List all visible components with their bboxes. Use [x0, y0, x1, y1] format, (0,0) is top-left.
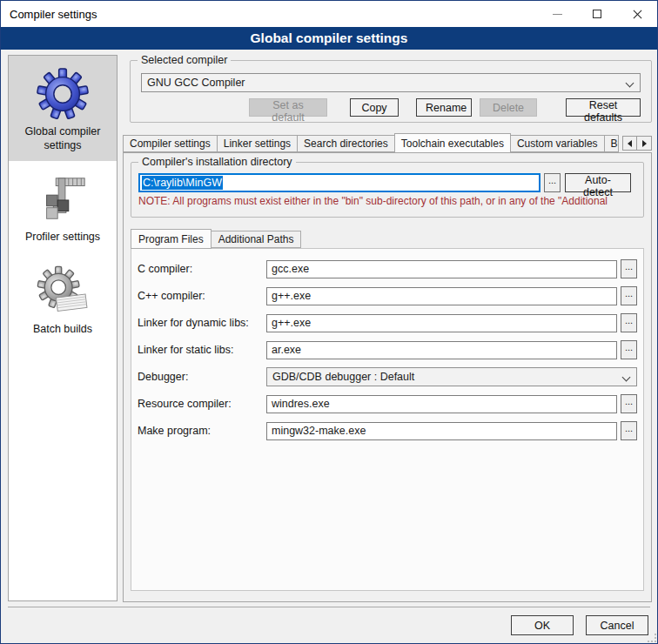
cancel-button[interactable]: Cancel — [586, 615, 648, 635]
tab-search-directories[interactable]: Search directories — [298, 135, 395, 152]
cpp-compiler-input[interactable]: g++.exe — [266, 287, 617, 305]
dialog-content: Global compiler settings Profiler settin… — [1, 50, 657, 643]
field-label: Make program: — [138, 425, 266, 437]
form-row-debugger: Debugger: GDB/CDB debugger : Default — [138, 367, 637, 386]
installation-directory-legend: Compiler's installation directory — [138, 156, 296, 168]
compiler-buttons-row: Set as default Copy Rename Delete Reset … — [141, 98, 641, 117]
dynamic-linker-browse-button[interactable]: ... — [621, 313, 637, 332]
set-as-default-button[interactable]: Set as default — [249, 98, 327, 117]
rename-button[interactable]: Rename — [416, 98, 472, 117]
tab-scroll-right-button[interactable] — [637, 136, 652, 151]
sidebar-item-label: Global compiler settings — [10, 125, 115, 152]
main-tabstrip: Compiler settings Linker settings Search… — [123, 132, 652, 152]
tab-additional-paths[interactable]: Additional Paths — [212, 231, 302, 248]
selected-compiler-legend: Selected compiler — [138, 54, 231, 66]
installation-directory-input[interactable]: C:\raylib\MinGW — [138, 173, 540, 192]
page-title: Global compiler settings — [1, 27, 657, 50]
selected-compiler-group: Selected compiler GNU GCC Compiler Set a… — [130, 60, 652, 123]
installation-directory-row: C:\raylib\MinGW ... Auto-detect — [138, 173, 631, 192]
field-value: mingw32-make.exe — [272, 425, 366, 437]
scroll-left-icon — [628, 140, 632, 147]
dynamic-linker-input[interactable]: g++.exe — [266, 314, 617, 332]
close-button[interactable] — [617, 1, 657, 27]
tab-scroll-buttons — [622, 136, 652, 151]
form-row-static-linker: Linker for static libs: ar.exe ... — [138, 340, 637, 359]
installation-directory-note: NOTE: All programs must exist either in … — [138, 195, 631, 207]
make-program-input[interactable]: mingw32-make.exe — [266, 422, 617, 440]
window-controls — [537, 1, 657, 27]
program-files-page: C compiler: gcc.exe ... C++ compiler: g+… — [131, 248, 644, 591]
field-label: Resource compiler: — [138, 398, 266, 410]
installation-directory-browse-button[interactable]: ... — [544, 173, 561, 192]
tab-scroll-left-button[interactable] — [622, 136, 637, 151]
tab-custom-variables[interactable]: Custom variables — [511, 135, 605, 152]
static-linker-input[interactable]: ar.exe — [266, 341, 617, 359]
main-panel: Selected compiler GNU GCC Compiler Set a… — [123, 55, 652, 602]
tab-linker-settings[interactable]: Linker settings — [218, 135, 298, 152]
tab-program-files[interactable]: Program Files — [131, 229, 212, 249]
sidebar-item-label: Batch builds — [33, 323, 92, 337]
chevron-down-icon — [622, 373, 631, 382]
tab-compiler-settings[interactable]: Compiler settings — [123, 135, 218, 152]
program-files-tabstrip: Program Files Additional Paths — [131, 228, 644, 248]
scroll-right-icon — [642, 140, 647, 147]
field-value: g++.exe — [272, 290, 311, 302]
maximize-icon — [593, 10, 601, 18]
tab-toolchain-executables[interactable]: Toolchain executables — [394, 133, 511, 153]
c-compiler-input[interactable]: gcc.exe — [266, 260, 617, 278]
field-value: ar.exe — [272, 344, 301, 356]
dialog-footer: OK Cancel — [8, 607, 650, 643]
caliper-icon — [36, 172, 90, 226]
settings-sidebar: Global compiler settings Profiler settin… — [8, 55, 118, 601]
form-row-cpp-compiler: C++ compiler: g++.exe ... — [138, 286, 637, 305]
sidebar-item-label: Profiler settings — [25, 231, 100, 245]
form-row-make-program: Make program: mingw32-make.exe ... — [138, 421, 637, 440]
compiler-select-value: GNU GCC Compiler — [147, 77, 245, 89]
installation-directory-value: C:\raylib\MinGW — [142, 176, 223, 190]
compiler-select[interactable]: GNU GCC Compiler — [141, 73, 641, 92]
field-label: C compiler: — [138, 263, 266, 275]
blue-gear-icon — [36, 67, 90, 121]
window-title: Compiler settings — [1, 8, 97, 21]
copy-button[interactable]: Copy — [350, 98, 399, 117]
field-label: C++ compiler: — [138, 290, 266, 302]
field-value: windres.exe — [272, 398, 330, 410]
sidebar-item-profiler-settings[interactable]: Profiler settings — [9, 161, 117, 253]
debugger-select-value: GDB/CDB debugger : Default — [272, 371, 414, 383]
cpp-compiler-browse-button[interactable]: ... — [621, 286, 637, 305]
resource-compiler-browse-button[interactable]: ... — [621, 394, 637, 413]
minimize-icon — [553, 14, 562, 15]
field-value: gcc.exe — [272, 263, 309, 275]
debugger-select[interactable]: GDB/CDB debugger : Default — [266, 367, 637, 386]
sidebar-item-batch-builds[interactable]: Batch builds — [9, 253, 117, 345]
close-icon — [632, 9, 643, 20]
compiler-settings-dialog: Compiler settings Global compiler settin… — [0, 0, 658, 644]
installation-directory-group: Compiler's installation directory C:\ray… — [131, 162, 644, 218]
reset-defaults-button[interactable]: Reset defaults — [566, 98, 641, 117]
static-linker-browse-button[interactable]: ... — [621, 340, 637, 359]
c-compiler-browse-button[interactable]: ... — [621, 259, 637, 278]
make-program-browse-button[interactable]: ... — [621, 421, 637, 440]
auto-detect-button[interactable]: Auto-detect — [565, 173, 631, 192]
form-row-resource-compiler: Resource compiler: windres.exe ... — [138, 394, 637, 413]
form-row-c-compiler: C compiler: gcc.exe ... — [138, 259, 637, 278]
resize-grip[interactable] — [648, 634, 656, 642]
field-label: Debugger: — [138, 371, 266, 383]
titlebar: Compiler settings — [1, 1, 657, 27]
form-row-dynamic-linker: Linker for dynamic libs: g++.exe ... — [138, 313, 637, 332]
resource-compiler-input[interactable]: windres.exe — [266, 395, 617, 413]
sidebar-item-global-compiler-settings[interactable]: Global compiler settings — [9, 56, 117, 161]
tab-build-options[interactable]: Build options — [605, 135, 619, 152]
maximize-button[interactable] — [577, 1, 617, 27]
ok-button[interactable]: OK — [511, 615, 574, 635]
gray-gear-stack-icon — [36, 265, 90, 319]
toolchain-executables-page: Compiler's installation directory C:\ray… — [123, 152, 652, 602]
field-label: Linker for static libs: — [138, 344, 266, 356]
minimize-button[interactable] — [537, 1, 577, 27]
field-value: g++.exe — [272, 317, 311, 329]
field-label: Linker for dynamic libs: — [138, 317, 266, 329]
chevron-down-icon — [626, 79, 634, 88]
delete-button[interactable]: Delete — [480, 98, 537, 117]
